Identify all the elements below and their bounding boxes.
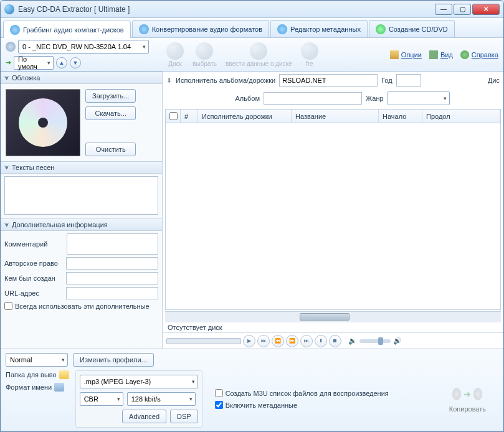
disc-button[interactable]: Диск bbox=[166, 42, 184, 67]
track-list: # Исполнитель дорожки Название Начало Пр… bbox=[165, 109, 501, 310]
status-text: Отсутствует диск bbox=[163, 322, 503, 332]
dest-disc-icon bbox=[473, 388, 482, 400]
comment-input[interactable] bbox=[67, 233, 158, 255]
mode-combo[interactable]: CBR bbox=[80, 392, 123, 406]
tab-label: Граббинг аудио компакт-дисков bbox=[23, 26, 124, 34]
view-link[interactable]: Вид bbox=[429, 50, 453, 59]
wrench-icon bbox=[390, 50, 399, 59]
format-icon[interactable] bbox=[54, 383, 64, 392]
bottom-bar: Normal Изменить профили... Папка для выв… bbox=[1, 349, 503, 431]
extra-section-header[interactable]: Дополнительная информация bbox=[1, 218, 162, 231]
tab-burn[interactable]: Создание CD/DVD bbox=[369, 20, 455, 37]
volume-max-icon: 🔊 bbox=[393, 337, 402, 345]
copy-button[interactable]: ➜ Копировать bbox=[437, 370, 498, 428]
url-label: URL-адрес bbox=[4, 289, 64, 297]
big-buttons: Диск выбрать ввести данные о диске fre bbox=[166, 42, 318, 67]
track-body bbox=[166, 123, 500, 309]
discdata-button[interactable]: ввести данные о диске bbox=[226, 42, 292, 67]
m3u-checkbox[interactable]: Создать M3U список файлов для воспроизве… bbox=[215, 389, 389, 397]
cover-load-button[interactable]: Загрузить... bbox=[85, 89, 136, 103]
lyrics-section-header[interactable]: Тексты песен bbox=[1, 161, 162, 174]
prev-track-button[interactable]: ⏮ bbox=[257, 335, 270, 347]
volume-thumb[interactable] bbox=[378, 337, 383, 345]
artist-label: Исполнитель альбома/дорожки bbox=[176, 77, 275, 84]
stop-button[interactable]: ⏹ bbox=[329, 335, 341, 347]
col-start[interactable]: Начало bbox=[379, 110, 422, 123]
col-artist[interactable]: Исполнитель дорожки bbox=[198, 110, 292, 123]
always-use-checkbox[interactable]: Всегда использовать эти дополнительные bbox=[4, 302, 158, 310]
toolbar: 0 - _NEC DVD_RW ND-3520A 1.04 ➜ По умолч… bbox=[1, 38, 503, 72]
help-link[interactable]: Справка bbox=[460, 50, 498, 59]
discdata-icon bbox=[250, 42, 267, 60]
comment-label: Комментарий bbox=[4, 240, 64, 248]
col-duration[interactable]: Продол bbox=[422, 110, 500, 123]
titlebar: Easy CD-DA Extractor [ Ultimate ] — ▢ ✕ bbox=[1, 1, 503, 18]
edit-profiles-button[interactable]: Изменить профили... bbox=[73, 353, 154, 367]
disc-label: Дис bbox=[488, 77, 500, 84]
load-button[interactable]: ▼ bbox=[70, 57, 81, 68]
copyright-input[interactable] bbox=[66, 257, 158, 270]
col-num[interactable]: # bbox=[181, 110, 198, 123]
createdby-label: Кем был создан bbox=[4, 275, 64, 282]
pause-button[interactable]: ⏸ bbox=[315, 335, 327, 347]
right-panel: ⬇ Исполнитель альбома/дорожки Год Дис Ал… bbox=[163, 72, 503, 349]
drive-select[interactable]: 0 - _NEC DVD_RW ND-3520A 1.04 bbox=[18, 40, 149, 54]
volume-slider[interactable] bbox=[359, 339, 391, 343]
grid-icon bbox=[429, 50, 438, 59]
next-track-button[interactable]: ⏭ bbox=[300, 335, 313, 347]
default-label: По умолч bbox=[18, 55, 42, 70]
album-input[interactable] bbox=[264, 92, 362, 105]
cover-clear-button[interactable]: Очистить bbox=[85, 143, 136, 156]
disc-graphic bbox=[19, 98, 67, 147]
play-button[interactable]: ▶ bbox=[243, 335, 255, 347]
bitrate-combo[interactable]: 128 kbit/s bbox=[127, 392, 196, 406]
select-all-checkbox[interactable] bbox=[169, 112, 178, 120]
dsp-button[interactable]: DSP bbox=[170, 410, 198, 423]
filename-format-label: Формат имени bbox=[6, 383, 52, 391]
eject-button[interactable]: ▲ bbox=[56, 57, 67, 68]
metadata-checkbox[interactable]: Включить метаданные bbox=[215, 401, 389, 409]
app-icon bbox=[4, 4, 14, 14]
rewind-button[interactable]: ⏪ bbox=[272, 335, 284, 347]
cover-section-header[interactable]: Обложка bbox=[1, 72, 162, 84]
advanced-button[interactable]: Advanced bbox=[122, 410, 166, 423]
artist-input[interactable] bbox=[279, 74, 378, 87]
minimize-button[interactable]: — bbox=[435, 4, 452, 15]
seek-bar[interactable] bbox=[166, 338, 241, 344]
burn-icon bbox=[376, 24, 386, 34]
default-combo[interactable]: По умолч bbox=[14, 56, 54, 70]
scrollbar-thumb[interactable] bbox=[300, 313, 349, 321]
left-panel: Обложка Загрузить... Скачать... Очистить… bbox=[1, 72, 163, 349]
select-icon bbox=[196, 42, 213, 60]
tab-label: Редактор метаданных bbox=[290, 26, 361, 33]
track-header: # Исполнитель дорожки Название Начало Пр… bbox=[166, 110, 500, 123]
convert-icon bbox=[139, 24, 149, 34]
tab-ripping[interactable]: Граббинг аудио компакт-дисков bbox=[3, 21, 131, 38]
arrow-right-icon: ➜ bbox=[464, 389, 471, 399]
genre-label: Жанр bbox=[366, 95, 384, 102]
window-buttons: — ▢ ✕ bbox=[435, 4, 500, 15]
format-combo[interactable]: .mp3 (MPEG Layer-3) bbox=[80, 375, 198, 388]
close-button[interactable]: ✕ bbox=[472, 4, 500, 15]
cover-download-button[interactable]: Скачать... bbox=[85, 106, 136, 120]
col-title[interactable]: Название bbox=[292, 110, 379, 123]
genre-combo[interactable] bbox=[388, 92, 450, 105]
lyrics-textarea[interactable] bbox=[4, 176, 158, 215]
profile-combo[interactable]: Normal bbox=[6, 353, 68, 367]
tab-label: Конвертирование аудио форматов bbox=[152, 26, 262, 33]
maximize-button[interactable]: ▢ bbox=[454, 4, 471, 15]
main-tabbar: Граббинг аудио компакт-дисков Конвертиро… bbox=[1, 18, 503, 38]
tab-convert[interactable]: Конвертирование аудио форматов bbox=[132, 20, 269, 37]
forward-button[interactable]: ⏩ bbox=[286, 335, 298, 347]
year-input[interactable] bbox=[396, 74, 421, 87]
options-link[interactable]: Опции bbox=[390, 50, 422, 59]
copyright-label: Авторское право bbox=[4, 260, 64, 267]
year-label: Год bbox=[381, 77, 392, 84]
tab-metadata[interactable]: Редактор метаданных bbox=[270, 20, 368, 37]
horizontal-scrollbar[interactable] bbox=[165, 311, 501, 322]
select-button[interactable]: выбрать bbox=[193, 42, 217, 67]
url-input[interactable] bbox=[66, 287, 158, 299]
folder-icon[interactable] bbox=[59, 370, 69, 379]
createdby-input[interactable] bbox=[66, 272, 158, 284]
freedb-button[interactable]: fre bbox=[301, 42, 318, 67]
